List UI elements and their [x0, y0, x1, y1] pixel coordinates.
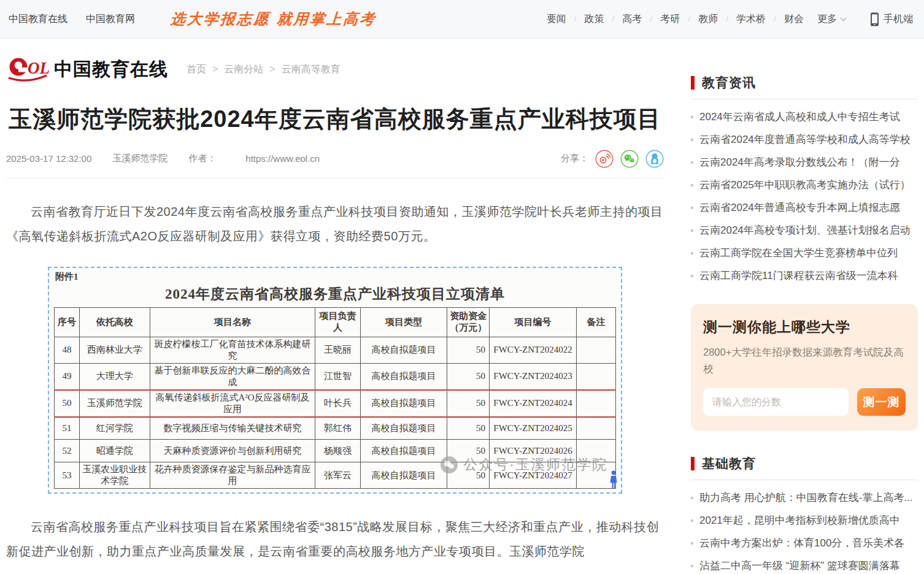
top-bar: 中国教育在线 中国教育网 选大学报志愿 就用掌上高考 要闻 政策 高考 考研 教…: [0, 0, 924, 39]
page-title: 玉溪师范学院获批2024年度云南省高校服务重点产业科技项目: [6, 101, 664, 137]
article-meta: 2025-03-17 12:32:00 玉溪师范学院 作者： https://w…: [6, 150, 664, 178]
breadcrumb-home[interactable]: 首页: [187, 63, 206, 76]
share-label: 分享：: [561, 153, 588, 164]
news-item[interactable]: 2021年起，昆明中考指标到校新增优质高中: [691, 509, 918, 532]
slogan-banner[interactable]: 选大学报志愿 就用掌上高考: [170, 9, 377, 29]
watermark: 公众号·玉溪师范学院: [440, 455, 607, 474]
basic-edu-list: 助力高考 用心护航：中国教育在线-掌上高考... 2021年起，昆明中考指标到校…: [691, 480, 918, 574]
news-item[interactable]: 云南中考方案出炉：体育100分，音乐美术各: [691, 532, 918, 554]
source-name: 玉溪师范学院: [112, 153, 167, 164]
section-accent-bar: [691, 457, 695, 470]
nav-item-jiaoshi[interactable]: 教师: [698, 13, 718, 26]
article-column: OL 中国教育在线 首页 云南分站 云南高等教育 玉溪师范学院获批2024年度云…: [6, 39, 664, 574]
col-leader: 项目负责人: [315, 307, 360, 337]
news-item[interactable]: 云南2024年高考录取分数线公布！（附一分: [691, 151, 918, 174]
news-item[interactable]: 2024年云南省成人高校和成人中专招生考试: [691, 105, 918, 128]
breadcrumb: 首页 云南分站 云南高等教育: [187, 63, 341, 76]
eol-logo-icon: OL: [6, 55, 52, 84]
publish-date: 2025-03-17 12:32:00: [6, 153, 91, 164]
col-type: 项目类型: [360, 307, 447, 337]
section-edu-news: 教育资讯 2024年云南省成人高校和成人中专招生考试 云南省2024年度普通高等…: [691, 74, 918, 287]
score-test-title: 测一测你能上哪些大学: [703, 318, 906, 337]
table-row-highlighted: 50玉溪师范学院 高氧传递斜板折流式A²O反应器研制及应用叶长兵 高校自拟题项目…: [55, 390, 616, 417]
nav-item-yaowen[interactable]: 要闻: [547, 13, 566, 26]
article-paragraph-2: 云南省高校服务重点产业科技项目旨在紧紧围绕省委“3815”战略发展目标，聚焦三大…: [6, 515, 664, 564]
nav-item-kaoyan[interactable]: 考研: [660, 13, 680, 26]
svg-text:OL: OL: [28, 59, 50, 77]
edu-news-list: 2024年云南省成人高校和成人中专招生考试 云南省2024年度普通高等学校和成人…: [691, 99, 918, 287]
author-label: 作者：: [188, 153, 216, 164]
news-item[interactable]: 云南工商学院11门课程获云南省级一流本科: [691, 264, 918, 287]
top-nav: 要闻 政策 高考 考研 教师 学术桥 财会: [547, 13, 804, 26]
news-item[interactable]: 云南省2025年中职职教高考实施办法（试行）: [691, 174, 918, 196]
score-test-card: 测一测你能上哪些大学 2800+大学往年招录数据来源教育考试院及高校 测一测: [691, 304, 918, 431]
table-row: 48西南林业大学 斑皮柠檬桉工厂化育苗技术体系构建研究王晓丽 高校自拟题项目50…: [55, 337, 616, 363]
col-note: 备注: [576, 307, 615, 337]
score-test-subtitle: 2800+大学往年招录数据来源教育考试院及高校: [703, 344, 906, 377]
source-url[interactable]: https://www.eol.cn: [245, 153, 320, 164]
table-row: 51红河学院 数字视频压缩与传输关键技术研究郭红伟 高校自拟题项目50 FWCY…: [55, 417, 616, 440]
score-test-button[interactable]: 测一测: [857, 388, 906, 416]
wechat-watermark-icon: [440, 456, 458, 474]
breadcrumb-yunnan[interactable]: 云南分站: [206, 63, 263, 76]
news-item[interactable]: 云南2024年高校专项计划、强基计划报名启动: [691, 219, 918, 242]
col-school: 依托高校: [80, 307, 150, 337]
col-code: 项目编号: [490, 307, 577, 337]
nav-more-dropdown[interactable]: 更多: [817, 13, 845, 26]
table-row: 49大理大学 基于创新串联反应的大麻二酚的高效合成江世智 高校自拟题项目50 F…: [55, 363, 616, 390]
news-item[interactable]: 云南省2024年普通高校专升本网上填报志愿: [691, 196, 918, 219]
topbar-link-edu-net[interactable]: 中国教育网: [86, 13, 135, 26]
weibo-share-icon[interactable]: [595, 150, 614, 168]
topbar-link-eol[interactable]: 中国教育在线: [9, 13, 67, 26]
attachment-table-image: 附件1 2024年度云南省高校服务重点产业科技项目立项清单 序号 依托高校 项目…: [48, 267, 622, 494]
table-header-row: 序号 依托高校 项目名称 项目负责人 项目类型 资助资金（万元） 项目编号 备注: [55, 307, 616, 337]
breadcrumb-higher-edu[interactable]: 云南高等教育: [263, 63, 340, 76]
nav-item-zhengce[interactable]: 政策: [585, 13, 604, 26]
nav-item-gaokao[interactable]: 高考: [622, 13, 642, 26]
col-fund: 资助资金（万元）: [447, 307, 490, 337]
mobile-version-link[interactable]: 手机端: [870, 12, 913, 26]
qq-share-icon[interactable]: [645, 150, 664, 168]
eol-logo[interactable]: OL 中国教育在线: [6, 55, 168, 84]
news-item[interactable]: 云南省2024年度普通高等学校和成人高等学校: [691, 128, 918, 151]
news-item[interactable]: 沾益二中高一年级 “迎新杯” 篮球赛圆满落幕: [691, 554, 918, 574]
news-item[interactable]: 云南工商学院在全国大学生竞赛榜单中位列: [691, 242, 918, 264]
nav-item-caikuai[interactable]: 财会: [784, 13, 804, 26]
section-title-basic-edu: 基础教育: [702, 455, 756, 472]
score-input[interactable]: [703, 388, 849, 416]
section-title-edu-news: 教育资讯: [702, 74, 756, 91]
col-name: 项目名称: [150, 307, 315, 337]
chevron-down-icon: [841, 15, 847, 21]
attachment-label: 附件1: [54, 270, 616, 283]
attachment-table-title: 2024年度云南省高校服务重点产业科技项目立项清单: [54, 283, 616, 307]
person-figure-icon: [609, 470, 618, 489]
smartphone-icon: [870, 12, 879, 26]
sidebar: 教育资讯 2024年云南省成人高校和成人中专招生考试 云南省2024年度普通高等…: [691, 39, 918, 574]
section-accent-bar: [691, 76, 695, 90]
wechat-share-icon[interactable]: [620, 150, 639, 168]
article-paragraph-1: 云南省教育厅近日下发2024年度云南省高校服务重点产业科技项目资助通知，玉溪师范…: [6, 199, 664, 248]
col-no: 序号: [55, 307, 80, 337]
news-item[interactable]: 助力高考 用心护航：中国教育在线-掌上高考...: [691, 486, 918, 509]
site-name: 中国教育在线: [54, 57, 168, 82]
section-basic-edu: 基础教育 助力高考 用心护航：中国教育在线-掌上高考... 2021年起，昆明中…: [691, 455, 918, 574]
nav-item-xueshuqiao[interactable]: 学术桥: [736, 13, 766, 26]
